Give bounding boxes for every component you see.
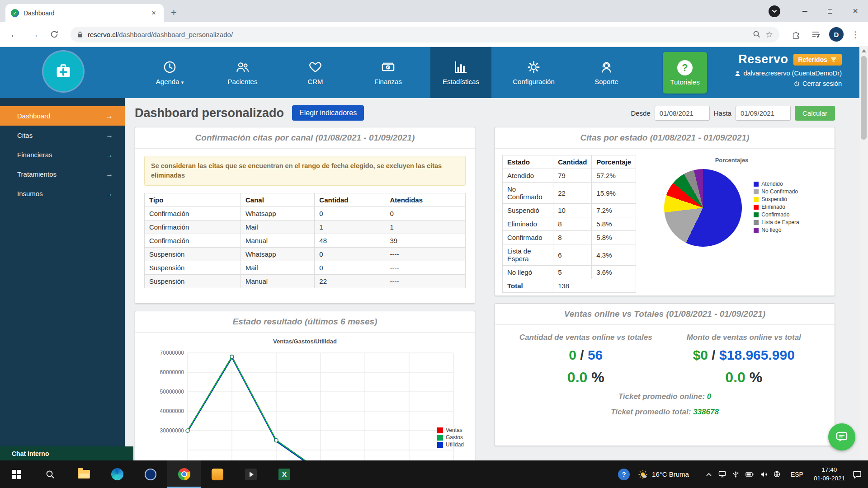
url-omnibox[interactable]: reservo.cl/dashboard/dashboard_personali…: [71, 27, 779, 42]
legend-item: Ventas: [437, 427, 464, 433]
sidebar-item-dashboard[interactable]: Dashboard→: [0, 106, 125, 126]
legend-swatch: [754, 205, 759, 210]
action-center-icon[interactable]: [853, 470, 862, 479]
media-controls-icon[interactable]: [806, 30, 826, 39]
browser-tab[interactable]: ✓ Dashboard ×: [5, 4, 164, 22]
blue-app-button[interactable]: [134, 460, 167, 488]
sidebar-item-financieras[interactable]: Financieras→: [0, 145, 125, 164]
extensions-puzzle-icon[interactable]: [786, 30, 806, 39]
usb-tray-icon[interactable]: [732, 471, 739, 478]
zoom-icon[interactable]: [753, 30, 761, 38]
cantidad-value: 0 / 56: [507, 347, 665, 363]
battery-tray-icon[interactable]: [745, 472, 754, 477]
time-text: 17:40: [814, 466, 845, 474]
bookmark-star-icon[interactable]: ☆: [765, 29, 773, 40]
browser-menu-icon[interactable]: ⋮: [847, 29, 863, 40]
hasta-input[interactable]: [736, 106, 791, 121]
arrow-right-icon: →: [106, 151, 113, 159]
window-minimize-button[interactable]: [792, 0, 817, 22]
desde-label: Desde: [631, 109, 650, 117]
browser-update-icon[interactable]: [769, 5, 780, 17]
user-menu[interactable]: dalvarezreservo (CuentaDemoDr): [735, 70, 842, 77]
nav-item-agenda[interactable]: Agenda ▾: [139, 47, 200, 98]
patients-icon: [235, 60, 250, 75]
back-button[interactable]: ←: [5, 29, 24, 40]
nav-item-pacientes[interactable]: Pacientes: [212, 47, 273, 98]
legend-item: Suspendió: [754, 196, 799, 202]
scrollbar-up-arrow-icon[interactable]: [862, 49, 866, 52]
card-ventas-online: Ventas online vs Totales (01/08/2021 - 0…: [495, 303, 835, 446]
main-content: Dashboard personalizado Elegir indicador…: [125, 98, 859, 460]
legend-swatch: [437, 435, 443, 441]
forward-button[interactable]: →: [24, 29, 44, 40]
window-close-button[interactable]: ×: [843, 0, 868, 22]
clock-icon: [162, 60, 177, 75]
orange-app-button[interactable]: [201, 460, 234, 488]
chat-widget-button[interactable]: [828, 423, 855, 450]
legend-swatch: [437, 442, 443, 448]
taskbar-search-button[interactable]: [33, 460, 67, 488]
desde-input[interactable]: [655, 106, 710, 121]
browser-address-bar: ← → reservo.cl/dashboard/dashboard_perso…: [0, 22, 868, 47]
help-tray-icon[interactable]: ?: [618, 469, 630, 480]
edge-button[interactable]: [100, 460, 134, 488]
chrome-button[interactable]: [167, 460, 201, 488]
app-navbar: Agenda ▾PacientesCRMFinanzasEstadísticas…: [0, 47, 868, 98]
new-tab-button[interactable]: +: [171, 8, 177, 18]
tab-close-icon[interactable]: ×: [149, 9, 158, 18]
tray-expand-icon[interactable]: [706, 472, 712, 477]
caret-down-icon: ▾: [181, 80, 184, 85]
confirmacion-table: TipoCanalCantidadAtendidasConfirmaciónWh…: [144, 193, 466, 288]
table-row: ConfirmaciónWhatsapp00: [145, 207, 466, 221]
taskbar-clock[interactable]: 17:40 01-09-2021: [814, 466, 845, 482]
heart-icon: [308, 60, 323, 75]
table-row: Confirmado85.8%: [503, 231, 636, 244]
svg-text:70000000: 70000000: [160, 350, 184, 356]
network-tray-icon[interactable]: [774, 471, 780, 478]
sidebar-item-insumos[interactable]: Insumos→: [0, 184, 125, 203]
weather-widget[interactable]: 16°C Bruma: [637, 469, 689, 480]
clinic-logo[interactable]: [43, 52, 83, 91]
question-icon: ?: [677, 60, 693, 75]
nav-item-finanzas[interactable]: Finanzas: [358, 47, 419, 98]
gear-icon: [526, 60, 541, 75]
display-tray-icon[interactable]: [718, 471, 726, 478]
card-citas-por-estado: Citas por estado (01/08/2021 - 01/09/202…: [495, 127, 835, 296]
blue-app-icon: [145, 469, 156, 480]
page-title: Dashboard personalizado: [135, 106, 284, 120]
tutoriales-button[interactable]: ? Tutoriales: [663, 52, 707, 94]
nav-item-estadisticas[interactable]: Estadísticas: [430, 47, 491, 98]
reload-button[interactable]: [44, 30, 64, 39]
nav-item-configuracion[interactable]: Configuración: [503, 47, 564, 98]
calcular-button[interactable]: Calcular: [795, 106, 835, 121]
main-nav: Agenda ▾PacientesCRMFinanzasEstadísticas…: [139, 47, 637, 98]
legend-swatch: [754, 189, 759, 194]
url-text: reservo.cl/dashboard/dashboard_personali…: [88, 31, 233, 38]
start-button[interactable]: [0, 460, 33, 488]
table-row: Atendido7957.2%: [503, 169, 636, 183]
file-explorer-button[interactable]: [67, 460, 100, 488]
excel-button[interactable]: X: [268, 460, 301, 488]
volume-tray-icon[interactable]: [760, 471, 767, 478]
nav-item-soporte[interactable]: Soporte: [576, 47, 637, 98]
profile-avatar[interactable]: D: [829, 27, 844, 42]
chrome-icon: [178, 468, 190, 480]
page-scrollbar[interactable]: [859, 47, 868, 460]
sidebar-menu: Dashboard→Citas→Financieras→Tratamientos…: [0, 106, 125, 203]
media-app-button[interactable]: [234, 460, 268, 488]
logout-button[interactable]: Cerrar sesión: [735, 80, 842, 87]
referidos-button[interactable]: Referidos: [793, 54, 842, 66]
scrollbar-thumb[interactable]: [861, 56, 867, 140]
chat-interno-bar[interactable]: Chat Interno: [0, 446, 133, 460]
window-maximize-button[interactable]: [817, 0, 843, 22]
lock-icon: [77, 31, 83, 38]
reservo-logo: Reservo: [738, 52, 788, 66]
sidebar-item-tratamientos[interactable]: Tratamientos→: [0, 164, 125, 184]
total-row: Total138: [503, 279, 636, 293]
elegir-indicadores-button[interactable]: Elegir indicadores: [292, 105, 364, 121]
sidebar-item-citas[interactable]: Citas→: [0, 126, 125, 145]
language-indicator[interactable]: ESP: [791, 471, 803, 478]
edge-icon: [111, 468, 123, 480]
nav-item-crm[interactable]: CRM: [285, 47, 346, 98]
card-title: Confirmación citas por canal (01/08/2021…: [135, 127, 475, 149]
